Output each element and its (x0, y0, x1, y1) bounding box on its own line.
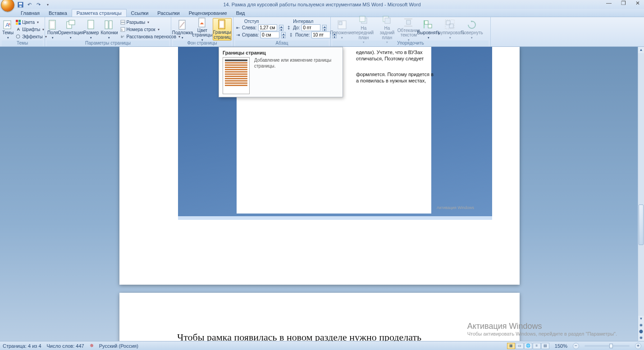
themes-button[interactable]: Aa Темы▾ (2, 18, 14, 41)
columns-button[interactable]: Колонки▾ (100, 18, 118, 41)
send-back-button[interactable]: На задний план▾ (376, 18, 398, 41)
page-borders-tooltip: Границы страниц Добавление или изменение… (219, 47, 343, 97)
tooltip-thumbnail (223, 57, 250, 94)
svg-rect-9 (18, 23, 21, 25)
themes-icon: Aa (3, 19, 14, 30)
view-outline[interactable]: ≡ (533, 343, 541, 349)
zoom-slider-thumb[interactable] (609, 344, 613, 348)
size-button[interactable]: Размер▾ (83, 18, 99, 41)
text-wrap-button[interactable]: Обтекание текстом▾ (399, 18, 418, 41)
scroll-up-button[interactable]: ▲ (638, 47, 644, 53)
group-page-setup-label: Параметры страницы (47, 41, 169, 46)
svg-rect-18 (121, 20, 125, 22)
orientation-button[interactable]: Ориентация▾ (59, 18, 82, 41)
group-page-setup: Поля▾ Ориентация▾ Размер▾ Колонки▾ Разры… (45, 17, 171, 46)
page-borders-icon (217, 19, 228, 30)
group-button[interactable]: Группировать▾ (439, 18, 461, 41)
view-print-layout[interactable]: ▦ (507, 343, 515, 349)
tab-page-layout[interactable]: Разметка страницы (72, 9, 127, 17)
spacing-before-icon: ‡ (286, 25, 291, 30)
tab-review[interactable]: Рецензирование (184, 9, 232, 17)
spacing-after-icon: ‡ (288, 32, 293, 37)
indent-left-spinner[interactable]: ▲▼ (279, 25, 283, 31)
tooltip-title: Границы страниц (223, 50, 339, 55)
svg-rect-32 (385, 18, 390, 23)
status-page[interactable]: Страница: 4 из 4 (3, 343, 41, 349)
quick-access-toolbar: ↶ ↷ (16, 0, 51, 9)
ribbon-tabs: Главная Вставка Разметка страницы Ссылки… (0, 9, 644, 17)
theme-colors[interactable]: Цвета (15, 19, 47, 26)
page-color-button[interactable]: Цвет страницы▾ (193, 18, 212, 41)
svg-rect-37 (428, 24, 432, 28)
save-icon[interactable] (16, 0, 24, 9)
activation-watermark: Активация Windows Чтобы активировать Win… (467, 322, 617, 336)
bring-front-icon (358, 15, 369, 26)
orientation-icon (65, 19, 76, 30)
svg-rect-39 (446, 21, 450, 25)
tab-insert[interactable]: Вставка (44, 9, 72, 17)
ribbon: Aa Темы▾ Цвета AШрифты Эффекты Темы Поля… (0, 17, 644, 47)
view-full-screen[interactable]: ▭ (516, 343, 524, 349)
svg-rect-8 (16, 23, 18, 25)
indent-left-icon: ⇤ (235, 25, 240, 30)
svg-rect-28 (339, 22, 342, 25)
size-icon (86, 19, 96, 30)
svg-rect-36 (425, 21, 428, 24)
position-button[interactable]: Положение▾ (333, 18, 352, 41)
scroll-thumb[interactable] (639, 205, 644, 245)
theme-fonts[interactable]: AШрифты (15, 26, 47, 33)
svg-rect-30 (360, 16, 365, 22)
watermark-button[interactable]: Подложка▾ (173, 18, 192, 41)
page-borders-button[interactable]: Границы страниц (213, 18, 232, 41)
indent-title: Отступ (244, 19, 259, 24)
minimize-button[interactable]: — (604, 0, 613, 6)
tab-home[interactable]: Главная (16, 9, 44, 17)
align-button[interactable]: Выровнять▾ (419, 18, 438, 41)
rotate-button[interactable]: Повернуть▾ (462, 18, 481, 41)
svg-rect-7 (18, 20, 21, 22)
margins-button[interactable]: Поля▾ (47, 18, 59, 41)
titlebar: ↶ ↷ 14. Рамка для курсовой работы пользу… (0, 0, 644, 9)
zoom-out-button[interactable]: − (573, 343, 579, 349)
view-draft[interactable]: ▤ (541, 343, 549, 349)
svg-rect-40 (449, 24, 453, 28)
text-wrap-icon (403, 17, 414, 28)
maximize-button[interactable]: ❐ (619, 0, 628, 6)
close-button[interactable]: ✕ (633, 0, 642, 6)
scroll-down-button[interactable]: ▼ (638, 316, 644, 322)
status-language[interactable]: Русский (Россия) (99, 343, 138, 349)
indent-left: ⇤ Слева: ▲▼ (235, 24, 283, 31)
undo-icon[interactable]: ↶ (25, 0, 33, 9)
indent-left-input[interactable] (258, 24, 277, 31)
group-page-background: Подложка▾ Цвет страницы▾ Границы страниц… (171, 17, 233, 46)
next-page-button[interactable]: ◉ (638, 335, 644, 341)
zoom-in-button[interactable]: + (635, 343, 641, 349)
tab-view[interactable]: Вид (232, 9, 250, 17)
rotate-icon (466, 19, 477, 30)
spacing-after-input[interactable] (311, 32, 330, 38)
vertical-scrollbar[interactable]: ▲ ▼ ◉ ⬤ ◉ (638, 47, 644, 341)
page-color-icon (197, 17, 208, 28)
theme-effects[interactable]: Эффекты (15, 33, 47, 40)
prev-page-button[interactable]: ◉ (638, 322, 644, 328)
bring-front-button[interactable]: На передний план▾ (352, 18, 375, 41)
svg-rect-33 (406, 20, 411, 24)
qat-menu[interactable] (43, 0, 51, 9)
indent-right-spinner[interactable]: ▲▼ (281, 32, 286, 38)
browse-object-button[interactable]: ⬤ (638, 328, 644, 335)
zoom-level[interactable]: 150% (555, 343, 567, 349)
svg-text:a: a (8, 22, 10, 26)
status-words[interactable]: Число слов: 447 (47, 343, 84, 349)
proofing-icon[interactable]: ✵ (90, 343, 94, 349)
spacing-before-spinner[interactable]: ▲▼ (322, 25, 327, 31)
spacing-before-input[interactable] (301, 24, 320, 31)
svg-rect-6 (16, 20, 18, 22)
tab-references[interactable]: Ссылки (127, 9, 153, 17)
indent-right-input[interactable] (260, 32, 279, 38)
group-arrange-label: Упорядочить (333, 41, 489, 46)
tab-mailings[interactable]: Рассылки (153, 9, 184, 17)
view-web[interactable]: 🌐 (524, 343, 532, 349)
redo-icon[interactable]: ↷ (34, 0, 42, 9)
svg-rect-19 (121, 23, 125, 24)
zoom-slider[interactable] (585, 345, 630, 347)
